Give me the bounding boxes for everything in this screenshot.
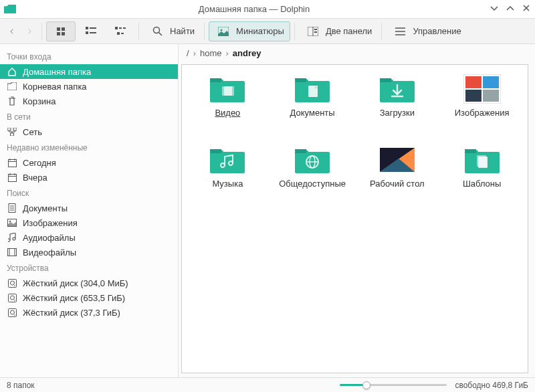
breadcrumb[interactable]: / › home › andrey [179, 44, 535, 62]
sidebar-item-label: Корзина [23, 96, 56, 106]
file-grid[interactable]: ВидеоДокументыЗагрузкиИзображенияМузыкаО… [181, 64, 528, 373]
folder-label: Загрузки [380, 108, 415, 118]
sidebar-item-disk-3[interactable]: Жёсткий диск (37,3 ГиБ) [0, 305, 178, 320]
sidebar-item-disk-2[interactable]: Жёсткий диск (653,5 ГиБ) [0, 290, 178, 305]
sidebar-item-disk-1[interactable]: Жёсткий диск (304,0 МиБ) [0, 276, 178, 290]
svg-point-48 [14, 314, 15, 316]
network-header: В сети [0, 108, 178, 124]
search-button[interactable]: Найти [143, 22, 200, 41]
places-header: Точки входа [0, 48, 178, 64]
compact-view-button[interactable] [77, 22, 105, 41]
control-button[interactable]: Управление [386, 22, 466, 41]
hdd-icon [7, 307, 17, 318]
preview-icon [215, 25, 232, 38]
svg-rect-22 [11, 133, 14, 136]
sidebar-item-trash[interactable]: Корзина [0, 94, 178, 108]
svg-rect-46 [8, 308, 16, 316]
sidebar-item-yesterday[interactable]: Вчера [0, 170, 178, 185]
sidebar-item-network[interactable]: Сеть [0, 124, 178, 139]
search-header: Поиск [0, 185, 178, 201]
network-icon [7, 126, 17, 137]
folder-public[interactable]: Общедоступные [271, 145, 354, 212]
sidebar-item-home[interactable]: Домашняя папка [0, 64, 178, 79]
folder-label: Музыка [212, 179, 243, 189]
image-icon [7, 217, 17, 228]
hamburger-icon [391, 25, 409, 38]
devices-header: Устройства [0, 260, 178, 276]
svg-rect-8 [121, 33, 124, 34]
svg-rect-69 [477, 155, 486, 167]
sidebar-item-root[interactable]: Корневая папка [0, 79, 178, 94]
folder-pictures[interactable]: Изображения [440, 74, 524, 141]
doc-icon [7, 203, 17, 213]
close-button[interactable] [522, 3, 531, 15]
status-item-count: 8 папок [7, 381, 35, 390]
statusbar: 8 папок свободно 469,8 ГиБ [0, 377, 535, 392]
home-icon [7, 66, 17, 77]
folder-documents[interactable]: Документы [271, 74, 354, 141]
svg-rect-49 [211, 78, 221, 82]
sidebar-item-label: Жёсткий диск (653,5 ГиБ) [23, 293, 125, 303]
sidebar-item-images[interactable]: Изображения [0, 215, 178, 230]
svg-point-12 [221, 29, 223, 31]
zoom-slider[interactable] [340, 381, 447, 390]
recent-header: Недавно изменённые [0, 139, 178, 155]
details-view-button[interactable] [106, 22, 134, 41]
sidebar-item-audio[interactable]: Аудиофайлы [0, 230, 178, 245]
svg-rect-21 [13, 128, 17, 130]
audio-icon [7, 232, 17, 243]
content-area: / › home › andrey ВидеоДокументыЗагрузки… [179, 44, 535, 377]
nav-back-button[interactable] [4, 25, 20, 38]
separator [204, 23, 205, 40]
folder-music[interactable]: Музыка [186, 145, 270, 212]
nav-forward-button[interactable] [21, 25, 37, 38]
svg-rect-37 [8, 249, 17, 256]
svg-rect-4 [115, 27, 118, 29]
sidebar-item-today[interactable]: Сегодня [0, 155, 178, 170]
toolbar: Найти Миниатюры Две панели Управление [0, 19, 535, 44]
svg-rect-0 [86, 27, 88, 29]
sidebar-item-label: Корневая папка [23, 82, 87, 92]
split-label: Две панели [326, 26, 372, 36]
folder-templates[interactable]: Шаблоны [440, 145, 524, 212]
sidebar-item-documents[interactable]: Документы [0, 201, 178, 215]
chevron-right-icon: › [193, 48, 196, 58]
sidebar-item-label: Жёсткий диск (304,0 МиБ) [23, 278, 128, 288]
sidebar-item-label: Домашняя папка [23, 67, 91, 77]
sidebar-item-label: Документы [23, 203, 68, 213]
svg-rect-53 [296, 78, 306, 82]
sidebar-item-video[interactable]: Видеофайлы [0, 245, 178, 260]
svg-rect-60 [483, 90, 499, 102]
svg-rect-39 [15, 249, 17, 256]
icons-view-button[interactable] [46, 21, 76, 41]
svg-rect-40 [8, 279, 16, 287]
preview-button[interactable]: Миниатюры [209, 21, 290, 41]
folder-desktop[interactable]: Рабочий стол [356, 145, 439, 212]
chevron-right-icon: › [226, 48, 229, 58]
split-icon [304, 25, 322, 38]
svg-rect-67 [465, 149, 476, 153]
hdd-icon [7, 278, 17, 288]
status-free-space: свободно 469,8 ГиБ [455, 381, 528, 390]
hdd-icon [7, 292, 17, 303]
svg-rect-15 [314, 29, 317, 30]
svg-point-36 [9, 221, 11, 222]
svg-point-44 [10, 296, 14, 300]
split-view-button[interactable]: Две панели [299, 22, 378, 41]
video-icon [7, 247, 17, 258]
folder-downloads[interactable]: Загрузки [356, 74, 439, 141]
folder-label: Общедоступные [279, 179, 346, 189]
crumb-home[interactable]: home [200, 48, 222, 58]
svg-rect-20 [7, 128, 11, 130]
folder-video[interactable]: Видео [186, 74, 270, 141]
crumb-root[interactable]: / [187, 48, 189, 58]
slider-thumb[interactable] [362, 381, 370, 389]
sidebar-item-label: Вчера [23, 173, 47, 183]
minimize-button[interactable] [490, 3, 499, 15]
separator [294, 23, 295, 40]
sidebar-item-label: Сеть [23, 127, 42, 137]
separator [138, 23, 139, 40]
maximize-button[interactable] [506, 3, 515, 15]
search-icon [148, 25, 166, 38]
crumb-current[interactable]: andrey [233, 48, 261, 58]
